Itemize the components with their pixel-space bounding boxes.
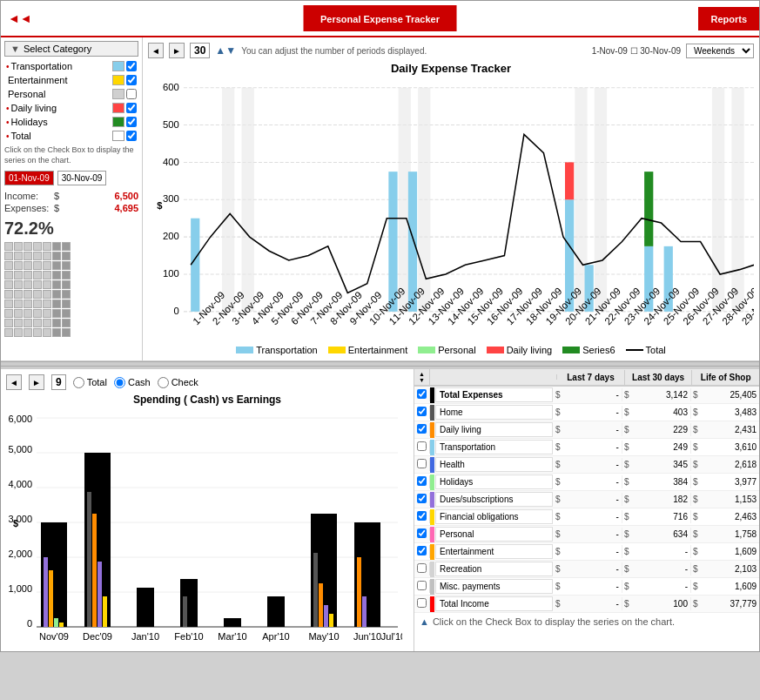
row-val-7days: - <box>562 441 622 454</box>
bottom-period-forward[interactable]: ► <box>29 374 44 390</box>
dollar-sign-30: $ <box>622 564 631 574</box>
row-checkbox-cell[interactable] <box>414 475 430 488</box>
row-val-30days: 384 <box>631 475 691 488</box>
check-radio-label[interactable]: Check <box>158 377 198 388</box>
cat-check-personal[interactable] <box>126 89 137 99</box>
row-checkbox-cell[interactable] <box>414 441 430 454</box>
svg-text:400: 400 <box>163 156 179 166</box>
cash-radio-label[interactable]: Cash <box>114 377 151 388</box>
row-checkbox-cell[interactable] <box>414 458 430 471</box>
expense-table-body: Total Expenses $ - $ 3,142 $ 25,405 Home… <box>414 387 759 613</box>
total-radio[interactable] <box>73 377 84 388</box>
svg-rect-86 <box>98 562 102 627</box>
row-val-7days: - <box>562 562 622 575</box>
svg-text:1,000: 1,000 <box>8 583 32 594</box>
table-row: Personal $ - $ 634 $ 1,758 <box>414 526 759 543</box>
nav-arrows[interactable]: ◄◄ <box>1 11 39 25</box>
row-val-life: 1,758 <box>700 528 759 541</box>
dollar-sign-30: $ <box>622 460 631 469</box>
row-checkbox-cell[interactable] <box>414 406 430 419</box>
cat-check-entertainment[interactable] <box>126 75 137 85</box>
sort-up-icon[interactable]: ▲ <box>419 371 425 377</box>
row-checkbox[interactable] <box>417 598 427 608</box>
cal-cell <box>4 290 13 299</box>
row-checkbox-cell[interactable] <box>414 423 430 436</box>
dollar-sign-7: $ <box>554 407 562 417</box>
cal-cell <box>43 300 51 308</box>
row-checkbox-cell[interactable] <box>414 528 430 541</box>
row-color-bar <box>430 440 434 455</box>
svg-text:0: 0 <box>174 306 179 316</box>
cash-radio[interactable] <box>114 377 125 388</box>
reports-button[interactable]: Reports <box>698 7 759 30</box>
svg-rect-81 <box>54 618 58 627</box>
row-val-life: 1,609 <box>700 545 759 558</box>
left-panel: ▼ Select Category • Transportation Enter… <box>1 37 143 360</box>
bottom-period-back[interactable]: ◄ <box>6 374 22 390</box>
row-checkbox[interactable] <box>417 494 427 503</box>
dollar-sign-7: $ <box>554 582 562 591</box>
date-start[interactable]: 01-Nov-09 <box>4 171 54 185</box>
row-checkbox[interactable] <box>417 546 427 555</box>
sort-arrows[interactable]: ▲ ▼ <box>414 369 430 385</box>
sort-down-icon[interactable]: ▼ <box>419 377 425 383</box>
cal-cell <box>52 280 61 289</box>
weekends-dropdown[interactable]: Weekends <box>686 44 754 58</box>
row-checkbox[interactable] <box>417 459 427 468</box>
svg-rect-90 <box>183 596 187 627</box>
date-end[interactable]: 30-Nov-09 <box>57 171 107 185</box>
row-checkbox[interactable] <box>417 424 427 434</box>
dollar-sign-30: $ <box>622 442 631 452</box>
bottom-period-num[interactable]: 9 <box>51 374 66 390</box>
cat-check-total[interactable] <box>126 131 137 141</box>
table-row: Holidays $ - $ 384 $ 3,977 <box>414 474 759 491</box>
svg-text:May'10: May'10 <box>308 631 339 642</box>
row-checkbox-cell[interactable] <box>414 597 430 610</box>
period-adjust-icon[interactable]: ▲▼ <box>215 44 236 57</box>
row-checkbox[interactable] <box>417 389 427 399</box>
row-checkbox-cell[interactable] <box>414 493 430 506</box>
row-val-30days: 100 <box>631 597 691 610</box>
top-chart-title: Daily Expense Tracker <box>148 62 754 75</box>
dollar-sign-7: $ <box>554 547 562 556</box>
row-checkbox[interactable] <box>417 511 427 521</box>
row-val-30days: 716 <box>631 510 691 523</box>
cal-cell <box>14 328 23 337</box>
cat-check-holidays[interactable] <box>126 117 137 127</box>
row-checkbox[interactable] <box>417 407 427 416</box>
cat-check-daily[interactable] <box>126 103 137 113</box>
row-checkbox[interactable] <box>417 441 427 451</box>
top-chart-svg: 0 100 200 300 400 500 600 $ <box>148 78 754 340</box>
cal-cell <box>24 280 32 289</box>
period-number[interactable]: 30 <box>190 43 210 58</box>
svg-rect-23 <box>191 219 199 312</box>
period-back-button[interactable]: ◄ <box>148 43 164 58</box>
back-arrow[interactable]: ◄◄ <box>8 11 32 25</box>
check-radio[interactable] <box>158 377 169 388</box>
cat-check-transportation[interactable] <box>126 61 137 71</box>
row-checkbox[interactable] <box>417 528 427 538</box>
row-checkbox-cell[interactable] <box>414 580 430 593</box>
cal-cell <box>52 242 61 251</box>
row-checkbox-cell[interactable] <box>414 510 430 523</box>
period-forward-button[interactable]: ► <box>169 43 185 58</box>
dollar-sign-30: $ <box>622 529 631 539</box>
dollar-sign-7: $ <box>554 529 562 539</box>
cal-cell <box>4 319 13 327</box>
total-radio-label[interactable]: Total <box>73 377 107 388</box>
row-val-7days: - <box>562 388 622 401</box>
category-personal: Personal <box>4 88 138 100</box>
cal-cell <box>33 290 42 299</box>
select-category-label: Select Category <box>24 44 91 54</box>
row-checkbox[interactable] <box>417 563 427 573</box>
cal-cell <box>52 319 61 327</box>
row-checkbox-cell[interactable] <box>414 562 430 575</box>
row-checkbox[interactable] <box>417 476 427 486</box>
cal-cell <box>24 271 32 279</box>
row-val-30days: 3,142 <box>631 388 691 401</box>
row-checkbox-cell[interactable] <box>414 388 430 401</box>
select-category-button[interactable]: ▼ Select Category <box>4 41 138 57</box>
cal-cell <box>14 290 23 299</box>
row-checkbox[interactable] <box>417 581 427 590</box>
row-checkbox-cell[interactable] <box>414 545 430 558</box>
